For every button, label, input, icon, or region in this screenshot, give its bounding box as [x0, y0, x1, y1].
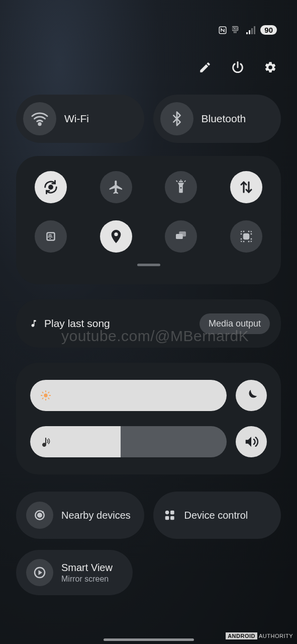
volume-note-icon — [40, 436, 52, 448]
brightness-row — [30, 380, 267, 411]
nfc-icon — [218, 26, 227, 35]
smart-view-subtitle: Mirror screen — [61, 575, 113, 584]
toggle-grid — [34, 171, 263, 253]
svg-point-7 — [39, 123, 41, 125]
primary-toggle-row: Wi-Fi Bluetooth — [16, 95, 281, 143]
power-icon[interactable] — [231, 60, 245, 74]
device-control-button[interactable]: Device control — [153, 492, 281, 539]
svg-rect-4 — [249, 30, 250, 34]
svg-rect-14 — [244, 234, 249, 239]
smart-view-row: Smart View Mirror screen — [16, 550, 281, 595]
svg-rect-6 — [254, 26, 255, 34]
volume-slider[interactable] — [30, 426, 227, 457]
top-actions — [199, 60, 277, 74]
bottom-row: Nearby devices Device control — [16, 492, 281, 539]
status-bar: 5G 90 — [218, 25, 277, 35]
volume-row — [30, 426, 267, 457]
svg-line-19 — [48, 398, 49, 398]
svg-point-15 — [44, 393, 47, 397]
bluetooth-label: Bluetooth — [202, 113, 246, 125]
airplane-mode-toggle[interactable] — [100, 171, 132, 203]
svg-point-26 — [42, 511, 44, 513]
network-5g-icon: 5G — [232, 26, 241, 34]
smart-view-icon — [26, 559, 53, 586]
svg-rect-28 — [170, 511, 174, 515]
svg-point-27 — [165, 511, 169, 515]
nearby-label: Nearby devices — [61, 510, 131, 521]
svg-rect-5 — [251, 28, 253, 34]
screen-record-toggle[interactable] — [230, 220, 262, 253]
svg-rect-3 — [246, 32, 248, 34]
sound-mode-button[interactable] — [236, 426, 267, 457]
svg-point-24 — [38, 513, 42, 517]
svg-rect-29 — [165, 516, 169, 520]
wifi-toggle[interactable]: Wi-Fi — [16, 95, 144, 143]
bluetooth-icon — [160, 102, 193, 135]
svg-line-22 — [43, 398, 43, 398]
svg-line-18 — [43, 392, 43, 393]
quick-toggle-panel — [16, 156, 281, 284]
svg-point-9 — [180, 187, 182, 189]
edit-icon[interactable] — [199, 61, 212, 74]
svg-point-11 — [49, 238, 51, 239]
media-output-button[interactable]: Media output — [200, 313, 270, 334]
wifi-label: Wi-Fi — [64, 113, 89, 125]
screen-cast-toggle[interactable] — [165, 220, 197, 253]
auto-rotate-toggle[interactable] — [35, 171, 67, 203]
svg-rect-30 — [170, 516, 174, 520]
panel-drag-handle[interactable] — [137, 264, 160, 266]
smart-view-button[interactable]: Smart View Mirror screen — [16, 550, 133, 595]
svg-rect-13 — [179, 231, 186, 236]
svg-marker-32 — [39, 570, 43, 575]
wifi-icon — [23, 102, 56, 135]
media-play-last[interactable]: Play last song — [29, 317, 110, 330]
settings-icon[interactable] — [264, 61, 277, 74]
sun-icon — [40, 390, 51, 401]
watermark-brand: ANDROID AUTHORITY — [226, 633, 293, 639]
hotspot-toggle[interactable] — [35, 220, 67, 253]
bluetooth-toggle[interactable]: Bluetooth — [153, 95, 281, 143]
device-control-label: Device control — [184, 510, 248, 521]
nearby-devices-button[interactable]: Nearby devices — [16, 492, 144, 539]
media-play-label: Play last song — [44, 317, 110, 330]
svg-line-23 — [48, 392, 49, 393]
svg-point-8 — [49, 185, 52, 189]
signal-icon — [246, 26, 255, 34]
media-panel[interactable]: Play last song Media output youtube.com/… — [16, 299, 281, 348]
dark-mode-button[interactable] — [236, 380, 267, 411]
mobile-data-toggle[interactable] — [230, 171, 262, 203]
flashlight-toggle[interactable] — [165, 171, 197, 203]
battery-indicator: 90 — [260, 25, 277, 35]
sliders-panel — [16, 363, 281, 474]
device-control-icon — [163, 509, 176, 522]
svg-text:5G: 5G — [233, 27, 238, 30]
smart-view-title: Smart View — [61, 562, 113, 574]
music-note-icon — [29, 319, 38, 328]
location-toggle[interactable] — [100, 220, 132, 253]
nearby-icon — [26, 502, 53, 529]
navigation-bar-handle[interactable] — [104, 638, 194, 641]
brightness-slider[interactable] — [30, 380, 227, 411]
